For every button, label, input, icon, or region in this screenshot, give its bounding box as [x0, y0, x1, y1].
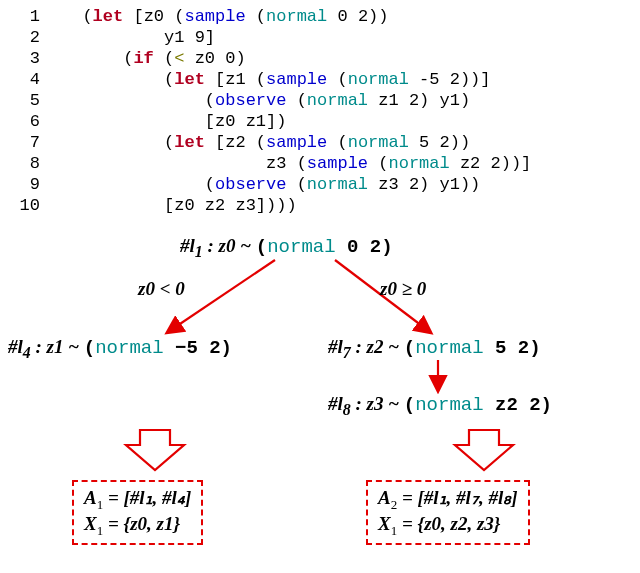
line-number: 8: [0, 153, 62, 174]
line-number: 3: [0, 48, 62, 69]
line-content: (let [z1 (sample (normal -5 2))]: [62, 69, 491, 90]
tree-left-leaf: #l4 : z1 ~ (normal −5 2): [8, 336, 232, 362]
line-content: (let [z0 (sample (normal 0 2)): [62, 6, 389, 27]
line-content: (observe (normal z3 2) y1)): [62, 174, 480, 195]
line-number: 2: [0, 27, 62, 48]
tree-right-upper: #l7 : z2 ~ (normal 5 2): [328, 336, 541, 362]
line-content: [z0 z1]): [62, 111, 286, 132]
line-number: 7: [0, 132, 62, 153]
code-line: 4 (let [z1 (sample (normal -5 2))]: [0, 69, 640, 90]
line-number: 5: [0, 90, 62, 111]
tree-right-lower: #l8 : z3 ~ (normal z2 2): [328, 393, 552, 419]
set-a2: A2 = [#l₁, #l₇, #l₈] X1 = {z0, z2, z3}: [366, 480, 530, 545]
line-content: z3 (sample (normal z2 2))]: [62, 153, 531, 174]
set-a1: A1 = [#l₁, #l₄] X1 = {z0, z1}: [72, 480, 203, 545]
cond-right: z0 ≥ 0: [380, 278, 426, 300]
line-content: [z0 z2 z3]))): [62, 195, 297, 216]
execution-tree: #l1 : z0 ~ (normal 0 2) z0 < 0 z0 ≥ 0 #l…: [0, 220, 640, 573]
line-number: 1: [0, 6, 62, 27]
line-content: (observe (normal z1 2) y1): [62, 90, 470, 111]
code-line: 10 [z0 z2 z3]))): [0, 195, 640, 216]
tree-root: #l1 : z0 ~ (normal 0 2): [180, 235, 393, 261]
line-content: (if (< z0 0): [62, 48, 246, 69]
line-number: 6: [0, 111, 62, 132]
code-line: 9 (observe (normal z3 2) y1)): [0, 174, 640, 195]
code-line: 7 (let [z2 (sample (normal 5 2)): [0, 132, 640, 153]
code-line: 1 (let [z0 (sample (normal 0 2)): [0, 6, 640, 27]
cond-left: z0 < 0: [138, 278, 185, 300]
line-number: 10: [0, 195, 62, 216]
line-number: 9: [0, 174, 62, 195]
code-line: 2 y1 9]: [0, 27, 640, 48]
line-number: 4: [0, 69, 62, 90]
code-line: 5 (observe (normal z1 2) y1): [0, 90, 640, 111]
code-line: 3 (if (< z0 0): [0, 48, 640, 69]
line-content: (let [z2 (sample (normal 5 2)): [62, 132, 470, 153]
code-listing: 1 (let [z0 (sample (normal 0 2))2 y1 9]3…: [0, 6, 640, 216]
code-line: 6 [z0 z1]): [0, 111, 640, 132]
page-root: 1 (let [z0 (sample (normal 0 2))2 y1 9]3…: [0, 0, 640, 573]
code-line: 8 z3 (sample (normal z2 2))]: [0, 153, 640, 174]
line-content: y1 9]: [62, 27, 215, 48]
